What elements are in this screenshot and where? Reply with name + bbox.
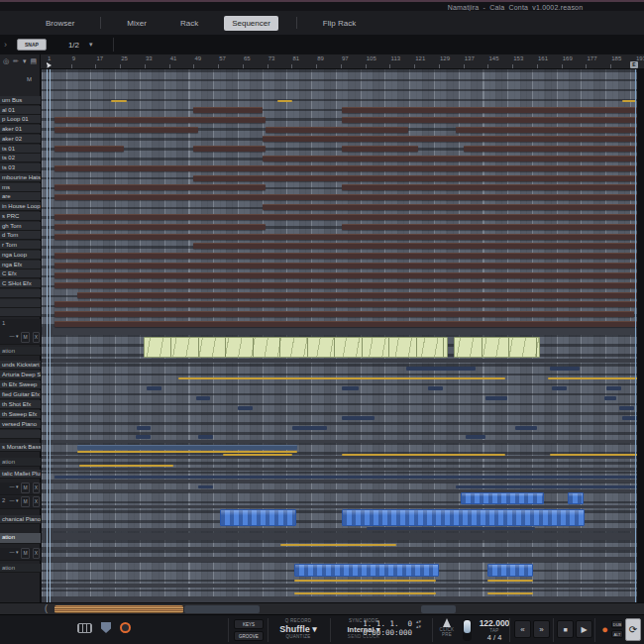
play-button[interactable]: ▶ xyxy=(576,620,592,638)
target-tool-icon[interactable]: ◎ xyxy=(3,57,9,65)
track-row[interactable]: ation xyxy=(0,458,41,467)
drum-clip[interactable] xyxy=(54,272,637,278)
rewind-button[interactable]: « xyxy=(514,620,531,638)
alt-button[interactable]: ALT xyxy=(611,630,623,638)
device-controls[interactable]: — ▾ MX xyxy=(10,483,40,493)
tab-mixer[interactable]: Mixer xyxy=(119,16,155,31)
pencil-tool-icon[interactable]: ✏ xyxy=(13,57,19,65)
automation-line[interactable] xyxy=(487,592,533,594)
track-row[interactable]: th Shot Efx xyxy=(0,400,41,409)
left-locator[interactable] xyxy=(50,69,51,602)
pre-label[interactable]: PRE xyxy=(437,632,457,637)
drum-clip[interactable] xyxy=(464,146,637,152)
automation-line[interactable] xyxy=(294,592,436,594)
tab-sequencer[interactable]: Sequencer xyxy=(224,16,278,31)
device-track-row[interactable]: 1— ▾ MX xyxy=(0,319,41,345)
track-row[interactable]: ts 02 xyxy=(0,154,41,162)
drum-clip[interactable] xyxy=(54,263,637,268)
note-clip[interactable] xyxy=(619,406,634,410)
note-clip[interactable] xyxy=(606,386,621,390)
drum-clip[interactable] xyxy=(266,127,408,133)
collapse-chevron-icon[interactable]: › xyxy=(4,40,7,50)
drum-clip[interactable] xyxy=(342,107,637,113)
note-clip[interactable] xyxy=(456,485,637,488)
quantize-value[interactable]: Shuffle ▾ xyxy=(269,624,327,634)
automation-line[interactable] xyxy=(550,454,637,456)
drum-clip[interactable] xyxy=(77,292,637,298)
midi-clip[interactable] xyxy=(220,509,296,526)
track-row[interactable]: nga Loop xyxy=(0,251,41,260)
track-row[interactable]: unds Kickstart xyxy=(0,361,41,370)
note-clip[interactable] xyxy=(428,386,443,390)
track-row[interactable]: in House Loop xyxy=(0,202,41,211)
track-row[interactable]: s PRC xyxy=(0,212,41,221)
note-clip[interactable] xyxy=(552,386,567,390)
midi-clip[interactable] xyxy=(461,492,544,504)
note-clip[interactable] xyxy=(54,476,637,479)
drum-clip[interactable] xyxy=(54,184,266,190)
snap-button[interactable]: SNAP xyxy=(17,39,47,51)
grid-tool-icon[interactable]: ▤ xyxy=(31,57,38,65)
midi-clip[interactable] xyxy=(487,564,533,577)
note-clip[interactable] xyxy=(137,426,151,430)
note-clip[interactable] xyxy=(342,416,375,420)
track-row[interactable]: th Efx Sweep xyxy=(0,380,41,389)
track-row[interactable]: ation xyxy=(0,564,41,573)
drum-clip[interactable] xyxy=(342,224,637,230)
drum-clip[interactable] xyxy=(342,184,637,190)
track-row[interactable]: mbourine Hats xyxy=(0,173,41,182)
groove-button[interactable]: GROOVE xyxy=(234,631,264,641)
drum-clip[interactable] xyxy=(54,253,637,259)
q-record-label[interactable]: Q RECORD xyxy=(269,618,327,623)
track-row[interactable] xyxy=(0,308,41,317)
song-navigator[interactable]: ( xyxy=(0,602,644,614)
shield-icon[interactable] xyxy=(101,622,111,633)
automation-clip[interactable] xyxy=(144,337,448,358)
track-row[interactable]: C SHot Efx xyxy=(0,279,41,288)
tool-dropdown-icon[interactable]: ▾ xyxy=(23,57,27,65)
note-clip[interactable] xyxy=(466,435,485,439)
navigator-bracket-icon[interactable]: ( xyxy=(45,603,48,613)
track-row[interactable]: gh Tom xyxy=(0,222,41,231)
drum-clip[interactable] xyxy=(456,127,637,133)
midi-clip[interactable] xyxy=(294,564,439,577)
time-signature[interactable]: 4 / 4 xyxy=(478,633,511,642)
drum-clip[interactable] xyxy=(342,146,418,152)
drum-clip[interactable] xyxy=(54,234,637,240)
drum-clip[interactable] xyxy=(342,117,637,123)
note-clip[interactable] xyxy=(147,386,161,390)
automation-line[interactable] xyxy=(79,465,173,467)
track-row[interactable]: versed Piano xyxy=(0,420,41,429)
drum-clip[interactable] xyxy=(54,146,124,152)
track-row[interactable]: aker 02 xyxy=(0,135,41,144)
grid-dropdown-icon[interactable]: ▾ xyxy=(89,41,93,49)
track-row[interactable]: ts 03 xyxy=(0,163,41,172)
track-row[interactable]: s Monark Bass xyxy=(0,443,41,452)
end-marker[interactable]: E xyxy=(630,61,638,68)
drum-clip[interactable] xyxy=(54,282,637,288)
track-row[interactable]: Arturia Deep Sawt.. xyxy=(0,371,41,379)
automation-line[interactable] xyxy=(223,454,292,456)
track-row[interactable]: ms xyxy=(0,183,41,192)
right-locator[interactable] xyxy=(635,69,636,602)
track-row[interactable]: th Sweep Efx xyxy=(0,410,41,419)
drum-clip[interactable] xyxy=(263,156,637,161)
stop-button[interactable]: ■ xyxy=(557,620,574,638)
track-row[interactable]: ation xyxy=(0,347,41,356)
track-row[interactable] xyxy=(0,299,41,308)
track-row[interactable]: C Efx xyxy=(0,269,41,278)
automation-line[interactable] xyxy=(487,580,533,582)
automation-line[interactable] xyxy=(277,100,292,102)
track-row[interactable]: ts 01 xyxy=(0,145,41,154)
track-row[interactable]: um Bus xyxy=(0,96,41,105)
note-clip[interactable] xyxy=(342,386,359,390)
playhead[interactable] xyxy=(47,69,48,602)
drum-clip[interactable] xyxy=(54,194,637,200)
drum-clip[interactable] xyxy=(54,127,198,133)
track-row[interactable]: nga Efx xyxy=(0,261,41,269)
drum-clip[interactable] xyxy=(54,165,637,171)
note-clip[interactable] xyxy=(198,435,213,439)
note-clip[interactable] xyxy=(485,396,507,400)
automation-line[interactable] xyxy=(342,454,505,456)
note-clip[interactable] xyxy=(604,396,616,400)
